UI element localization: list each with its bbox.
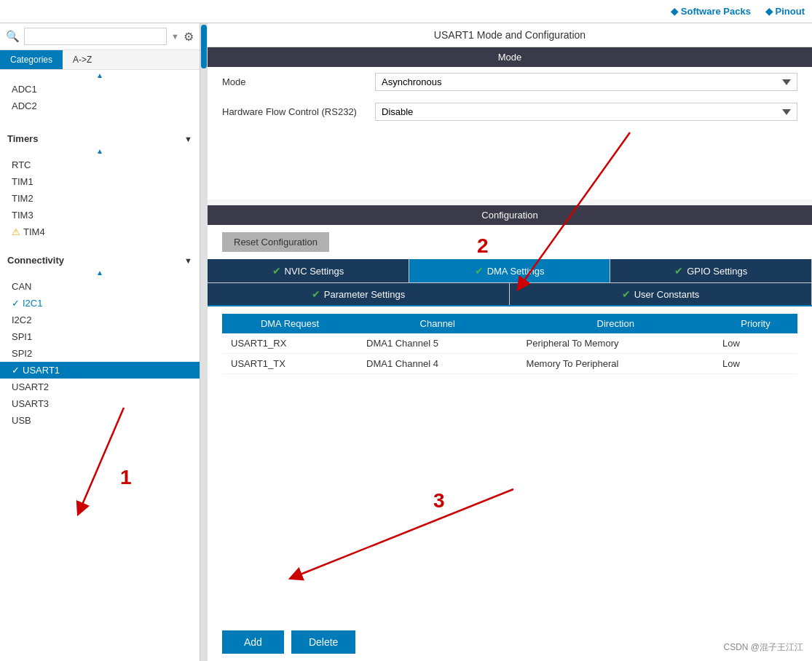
sidebar-section-timers[interactable]: Timers ▼ — [0, 129, 200, 146]
hw-flow-row: Hardware Flow Control (RS232) Disable — [208, 97, 812, 127]
top-bar: ◆ Software Packs ◆ Pinout — [0, 0, 812, 23]
config-tabs-row1: ✔ NVIC Settings ✔ DMA Settings ✔ GPIO Se… — [208, 259, 812, 283]
sidebar-item-spi1[interactable]: SPI1 — [0, 328, 200, 345]
right-panel: USART1 Mode and Configuration Mode Mode … — [208, 23, 812, 661]
tab-dma[interactable]: ✔ DMA Settings — [409, 259, 611, 282]
col-direction: Direction — [518, 314, 714, 333]
tab-user[interactable]: ✔ User Constants — [510, 283, 812, 305]
mode-header: Mode — [208, 47, 812, 67]
check-gpio: ✔ — [674, 265, 683, 277]
priority-1: Low — [714, 333, 797, 354]
tab-bar: Categories A->Z — [0, 50, 200, 70]
mode-label: Mode — [222, 76, 368, 87]
config-header: Configuration — [208, 205, 812, 225]
direction-2: Memory To Peripheral — [518, 354, 714, 374]
sidebar-item-tim3[interactable]: TIM3 — [0, 207, 200, 223]
delete-button[interactable]: Delete — [291, 630, 355, 654]
check-dma: ✔ — [475, 265, 484, 277]
sidebar-item-rtc[interactable]: RTC — [0, 157, 200, 173]
connectivity-chevron: ▼ — [184, 256, 192, 265]
dma-table: DMA Request Channel Direction Priority U… — [222, 314, 797, 374]
check-icon-usart1: ✓ — [12, 365, 20, 376]
check-param: ✔ — [312, 288, 320, 300]
col-priority: Priority — [714, 314, 797, 333]
sidebar-content: ▲ ADC1 ADC2 Timers ▼ ▲ RTC TIM1 TIM2 TIM… — [0, 70, 200, 661]
check-nvic: ✔ — [272, 265, 281, 277]
sidebar-item-usart2[interactable]: USART2 — [0, 379, 200, 395]
tab-param[interactable]: ✔ Parameter Settings — [208, 283, 510, 305]
mode-select[interactable]: Asynchronous — [375, 73, 797, 91]
software-packs-link[interactable]: ◆ Software Packs — [671, 6, 751, 17]
timers-chevron: ▼ — [184, 135, 192, 143]
config-tabs-row2: ✔ Parameter Settings ✔ User Constants — [208, 283, 812, 306]
scroll-thumb[interactable] — [201, 25, 207, 68]
sidebar-item-tim1[interactable]: TIM1 — [0, 173, 200, 190]
hw-flow-select[interactable]: Disable — [375, 103, 797, 121]
sidebar-item-can[interactable]: CAN — [0, 278, 200, 295]
sidebar-item-usart3[interactable]: USART3 — [0, 395, 200, 412]
tab-az[interactable]: A->Z — [63, 50, 102, 69]
channel-1: DMA1 Channel 5 — [358, 333, 518, 354]
sidebar-item-tim4[interactable]: ⚠ TIM4 — [0, 223, 200, 240]
warning-icon: ⚠ — [12, 226, 20, 237]
dma-request-1: USART1_RX — [222, 333, 358, 354]
watermark: CSDN @混子王江江 — [723, 641, 803, 654]
mode-section: Mode Mode Asynchronous Hardware Flow Con… — [208, 47, 812, 199]
sidebar-item-usb[interactable]: USB — [0, 412, 200, 429]
action-buttons: Add Delete — [208, 623, 812, 661]
search-icon: 🔍 — [6, 30, 20, 43]
tab-categories[interactable]: Categories — [0, 50, 63, 69]
sidebar-section-connectivity[interactable]: Connectivity ▼ — [0, 250, 200, 267]
table-row: USART1_RX DMA1 Channel 5 Peripheral To M… — [222, 333, 797, 354]
scroll-up-arrow-2[interactable]: ▲ — [0, 146, 200, 157]
scroll-up-arrow[interactable]: ▲ — [0, 70, 200, 81]
tab-nvic[interactable]: ✔ NVIC Settings — [208, 259, 409, 282]
priority-2: Low — [714, 354, 797, 374]
sidebar-item-i2c2[interactable]: I2C2 — [0, 312, 200, 328]
scroll-up-arrow-3[interactable]: ▲ — [0, 267, 200, 278]
col-dma-request: DMA Request — [222, 314, 358, 333]
reset-config-button[interactable]: Reset Configuration — [222, 232, 329, 252]
dma-request-2: USART1_TX — [222, 354, 358, 374]
sidebar-item-tim2[interactable]: TIM2 — [0, 190, 200, 207]
sidebar-item-adc1[interactable]: ADC1 — [0, 81, 200, 98]
direction-1: Peripheral To Memory — [518, 333, 714, 354]
scrollbar[interactable] — [200, 23, 208, 661]
pinout-link[interactable]: ◆ Pinout — [765, 6, 805, 17]
config-section: Configuration Reset Configuration ✔ NVIC… — [208, 205, 812, 661]
search-input[interactable] — [24, 28, 167, 45]
col-channel: Channel — [358, 314, 518, 333]
check-icon-i2c1: ✓ — [12, 298, 20, 309]
hw-flow-label: Hardware Flow Control (RS232) — [222, 106, 368, 117]
check-user: ✔ — [622, 288, 631, 300]
connectivity-label: Connectivity — [7, 255, 64, 266]
panel-title: USART1 Mode and Configuration — [208, 23, 812, 47]
gear-icon[interactable]: ⚙ — [184, 30, 194, 44]
table-row: USART1_TX DMA1 Channel 4 Memory To Perip… — [222, 354, 797, 374]
sidebar-item-adc2[interactable]: ADC2 — [0, 98, 200, 114]
sidebar-item-i2c1[interactable]: ✓ I2C1 — [0, 295, 200, 312]
sidebar-item-usart1[interactable]: ✓ USART1 — [0, 362, 200, 379]
sidebar-item-spi2[interactable]: SPI2 — [0, 345, 200, 362]
search-bar: 🔍 ▼ ⚙ — [0, 23, 200, 50]
timers-label: Timers — [7, 133, 38, 144]
tab-gpio[interactable]: ✔ GPIO Settings — [610, 259, 812, 282]
channel-2: DMA1 Channel 4 — [358, 354, 518, 374]
mode-row: Mode Asynchronous — [208, 67, 812, 97]
add-button[interactable]: Add — [222, 630, 284, 654]
sidebar: 🔍 ▼ ⚙ Categories A->Z ▲ ADC1 ADC2 — [0, 23, 200, 661]
